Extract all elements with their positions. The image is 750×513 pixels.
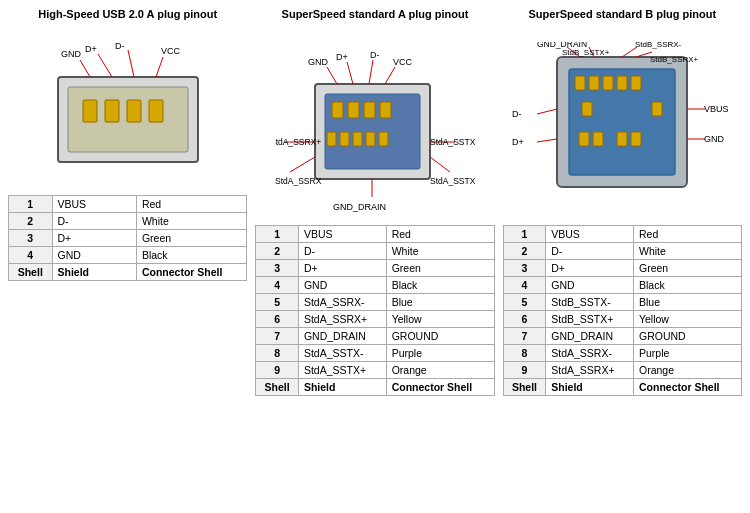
- pin-number: 1: [503, 226, 546, 243]
- svg-line-12: [156, 57, 163, 77]
- svg-line-33: [290, 157, 315, 172]
- table-row: 1VBUSRed: [503, 226, 741, 243]
- pin-color: Black: [633, 277, 741, 294]
- pin-number: 4: [9, 247, 53, 264]
- pin-number: 5: [503, 294, 546, 311]
- pin-name: StdA_SSRX+: [546, 362, 634, 379]
- pin-color: White: [136, 213, 246, 230]
- pin-name: StdA_SSRX+: [298, 311, 386, 328]
- pin-color: Red: [386, 226, 494, 243]
- table-row: 5StdA_SSRX-Blue: [256, 294, 494, 311]
- pin-number: 3: [9, 230, 53, 247]
- svg-text:VCC: VCC: [393, 57, 413, 67]
- pin-color: White: [633, 243, 741, 260]
- pin-color: Yellow: [633, 311, 741, 328]
- pin-color: Blue: [386, 294, 494, 311]
- pin-number: 2: [256, 243, 299, 260]
- table-row: 6StdA_SSRX+Yellow: [256, 311, 494, 328]
- pin-name: D-: [52, 213, 136, 230]
- svg-rect-4: [127, 100, 141, 122]
- svg-text:StdA_SSRX: StdA_SSRX: [275, 176, 322, 186]
- svg-rect-46: [589, 76, 599, 90]
- svg-line-27: [347, 62, 353, 84]
- pin-number: 8: [256, 345, 299, 362]
- table-row: 1VBUSRed: [9, 196, 247, 213]
- table-row: 2D-White: [256, 243, 494, 260]
- pin-color: Black: [386, 277, 494, 294]
- table-row: 4GNDBlack: [9, 247, 247, 264]
- svg-rect-22: [353, 132, 362, 146]
- table-row: 2D-White: [9, 213, 247, 230]
- svg-text:GND: GND: [308, 57, 329, 67]
- pin-name: StdA_SSRX-: [298, 294, 386, 311]
- table-ssb: 1VBUSRed2D-White3D+Green4GNDBlack5StdB_S…: [503, 225, 742, 396]
- pin-number: 4: [503, 277, 546, 294]
- svg-text:D+: D+: [336, 52, 348, 62]
- table-row: 4GNDBlack: [503, 277, 741, 294]
- section-usb2: High-Speed USB 2.0 A plug pinout GND D+ …: [4, 8, 251, 505]
- svg-rect-49: [631, 76, 641, 90]
- table-ssa: 1VBUSRed2D-White3D+Green4GNDBlack5StdA_S…: [255, 225, 494, 396]
- pin-name: VBUS: [546, 226, 634, 243]
- pin-color: Orange: [633, 362, 741, 379]
- svg-line-29: [369, 60, 373, 84]
- pin-name: VBUS: [298, 226, 386, 243]
- pin-number: 7: [256, 328, 299, 345]
- svg-rect-54: [617, 132, 627, 146]
- svg-rect-53: [593, 132, 603, 146]
- svg-rect-48: [617, 76, 627, 90]
- diagram-usb2: GND D+ D- VCC: [8, 42, 247, 187]
- pin-number: Shell: [256, 379, 299, 396]
- pin-number: 3: [503, 260, 546, 277]
- svg-rect-3: [105, 100, 119, 122]
- svg-text:D+: D+: [85, 44, 97, 54]
- pin-number: Shell: [503, 379, 546, 396]
- svg-text:D-: D-: [512, 109, 522, 119]
- svg-text:D+: D+: [512, 137, 524, 147]
- svg-line-66: [537, 139, 557, 142]
- table-usb2: 1VBUSRed2D-White3D+Green4GNDBlackShellSh…: [8, 195, 247, 281]
- pin-color: Connector Shell: [136, 264, 246, 281]
- pin-number: 7: [503, 328, 546, 345]
- pin-color: Red: [633, 226, 741, 243]
- pin-number: 1: [256, 226, 299, 243]
- pin-color: Black: [136, 247, 246, 264]
- svg-rect-55: [631, 132, 641, 146]
- svg-rect-19: [380, 102, 391, 118]
- pin-name: Shield: [546, 379, 634, 396]
- pin-name: GND: [298, 277, 386, 294]
- diagram-ssb: GND_DRAIN StdB_SSTX+ StdB_SSRX- StdB_SSR…: [503, 42, 742, 217]
- table-row: 3D+Green: [503, 260, 741, 277]
- table-row: 9StdA_SSTX+Orange: [256, 362, 494, 379]
- pin-number: 1: [9, 196, 53, 213]
- svg-text:GND: GND: [704, 134, 725, 144]
- pin-color: Yellow: [386, 311, 494, 328]
- svg-text:StdB_SSTX+: StdB_SSTX+: [562, 48, 610, 57]
- pin-number: Shell: [9, 264, 53, 281]
- pin-name: Shield: [52, 264, 136, 281]
- table-row: ShellShieldConnector Shell: [503, 379, 741, 396]
- usb2-svg: GND D+ D- VCC: [33, 42, 223, 187]
- pin-color: GROUND: [386, 328, 494, 345]
- svg-text:VBUS: VBUS: [704, 104, 729, 114]
- svg-line-25: [327, 67, 337, 84]
- svg-rect-20: [327, 132, 336, 146]
- pin-name: StdA_SSTX-: [298, 345, 386, 362]
- table-row: 1VBUSRed: [256, 226, 494, 243]
- diagram-ssa: GND D+ D- VCC StdA_SSRX StdA_SSRX+ StdA_…: [255, 42, 494, 217]
- table-row: 9StdA_SSRX+Orange: [503, 362, 741, 379]
- table-row: 2D-White: [503, 243, 741, 260]
- pin-name: StdB_SSTX+: [546, 311, 634, 328]
- pin-name: D+: [52, 230, 136, 247]
- svg-rect-18: [364, 102, 375, 118]
- svg-line-64: [537, 109, 557, 114]
- svg-rect-2: [83, 100, 97, 122]
- pin-color: Purple: [386, 345, 494, 362]
- pin-color: Green: [386, 260, 494, 277]
- svg-text:D-: D-: [115, 42, 125, 51]
- table-row: ShellShieldConnector Shell: [256, 379, 494, 396]
- table-row: 3D+Green: [256, 260, 494, 277]
- table-row: 5StdB_SSTX-Blue: [503, 294, 741, 311]
- svg-rect-24: [379, 132, 388, 146]
- svg-rect-45: [575, 76, 585, 90]
